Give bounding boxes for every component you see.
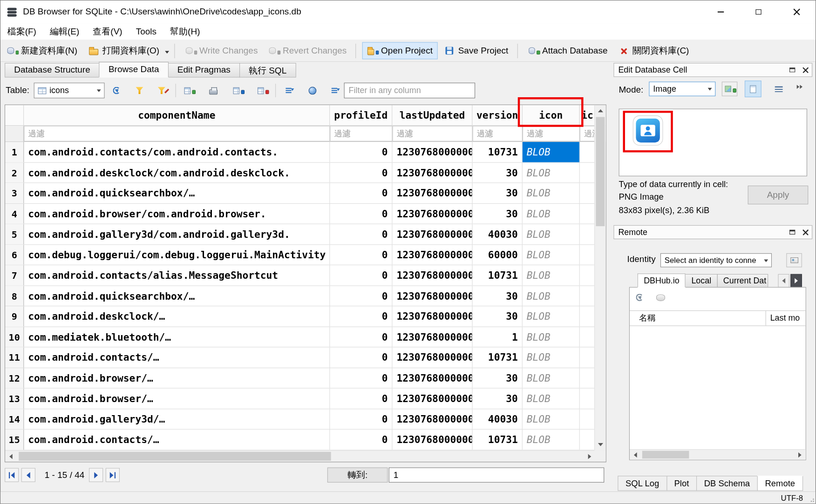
cell-componentName[interactable]: com.android.contacts/… — [24, 347, 330, 367]
cell-icon[interactable]: BLOB — [523, 368, 580, 388]
sort-descending-button[interactable] — [326, 82, 344, 99]
print-button[interactable] — [204, 82, 222, 99]
tab-dbhub[interactable]: DBHub.io — [638, 274, 686, 288]
cell-lastUpdated[interactable]: 1230768000000 — [392, 306, 472, 326]
scroll-left-button[interactable] — [5, 451, 17, 462]
cell-profileId[interactable]: 0 — [330, 409, 392, 429]
cell-profileId[interactable]: 0 — [330, 286, 392, 306]
cell-icon[interactable]: BLOB — [523, 203, 580, 223]
cell-version[interactable]: 30 — [473, 389, 523, 409]
cell-version[interactable]: 10731 — [473, 265, 523, 285]
encoding-button[interactable] — [303, 82, 321, 99]
scroll-down-button[interactable] — [595, 440, 605, 450]
vertical-scrollbar[interactable] — [594, 105, 606, 450]
clear-filters-button[interactable] — [130, 82, 148, 99]
apply-button[interactable]: Apply — [748, 186, 809, 204]
cell-profileId[interactable]: 0 — [330, 368, 392, 388]
close-button[interactable] — [777, 0, 816, 23]
cell-version[interactable]: 30 — [473, 306, 523, 326]
horizontal-scrollbar[interactable] — [5, 450, 595, 462]
cell-lastUpdated[interactable]: 1230768000000 — [392, 183, 472, 203]
cell-profileId[interactable]: 0 — [330, 430, 392, 450]
cell-lastUpdated[interactable]: 1230768000000 — [392, 409, 472, 429]
scroll-right-button[interactable] — [794, 450, 806, 460]
cell-lastUpdated[interactable]: 1230768000000 — [392, 224, 472, 244]
tab-scroll-left-button[interactable] — [778, 274, 789, 288]
cell-version[interactable]: 30 — [473, 183, 523, 203]
tab-database-structure[interactable]: Database Structure — [5, 63, 100, 77]
vertical-scroll-thumb[interactable] — [596, 117, 605, 226]
menu-edit[interactable]: 編輯(E) — [43, 23, 86, 40]
tab-edit-pragmas[interactable]: Edit Pragmas — [168, 63, 240, 77]
cell-lastUpdated[interactable]: 1230768000000 — [392, 203, 472, 223]
close-database-button[interactable]: 關閉資料庫(C) — [614, 42, 694, 60]
cell-lastUpdated[interactable]: 1230768000000 — [392, 368, 472, 388]
cell-componentName[interactable]: com.android.gallery3d/… — [24, 409, 330, 429]
cell-componentName[interactable]: com.debug.loggerui/com.debug.loggerui.Ma… — [24, 245, 330, 265]
more-tools-chevron[interactable] — [797, 85, 803, 89]
cell-version[interactable]: 10731 — [473, 430, 523, 450]
cell-lastUpdated[interactable]: 1230768000000 — [392, 389, 472, 409]
row-number[interactable]: 9 — [5, 306, 24, 326]
filter-cell[interactable]: 過濾 — [523, 126, 580, 141]
cell-profileId[interactable]: 0 — [330, 183, 392, 203]
refresh-button[interactable] — [108, 82, 125, 99]
cell-icon[interactable]: BLOB — [523, 409, 580, 429]
cell-version[interactable]: 30 — [473, 368, 523, 388]
cell-lastUpdated[interactable]: 1230768000000 — [392, 142, 472, 162]
export-image-button[interactable] — [722, 81, 738, 96]
row-number[interactable]: 3 — [5, 183, 24, 203]
tab-db-schema[interactable]: DB Schema — [696, 476, 758, 491]
cell-profileId[interactable]: 0 — [330, 265, 392, 285]
table-select[interactable]: icons — [34, 83, 105, 99]
cell-version[interactable]: 30 — [473, 162, 523, 182]
filter-cell[interactable]: 過濾 — [473, 126, 523, 141]
row-number[interactable]: 15 — [5, 430, 24, 450]
open-database-dropdown-caret[interactable] — [165, 51, 169, 56]
row-number[interactable]: 4 — [5, 203, 24, 223]
write-changes-button[interactable]: Write Changes — [181, 42, 262, 60]
tab-execute-sql[interactable]: 執行 SQL — [239, 63, 296, 77]
remote-horizontal-scrollbar[interactable] — [630, 449, 806, 459]
cell-icon[interactable]: BLOB — [523, 347, 580, 367]
row-number[interactable]: 13 — [5, 389, 24, 409]
cell-icon[interactable]: BLOB — [523, 306, 580, 326]
resize-grip-icon[interactable] — [809, 497, 814, 502]
filter-cell[interactable]: 過濾 — [580, 126, 596, 141]
cell-componentName[interactable]: com.android.contacts/com.android.contact… — [24, 142, 330, 162]
cell-profileId[interactable]: 0 — [330, 203, 392, 223]
revert-changes-button[interactable]: Revert Changes — [265, 42, 351, 60]
filter-cell[interactable]: 過濾 — [392, 126, 472, 141]
cell-lastUpdated[interactable]: 1230768000000 — [392, 162, 472, 182]
row-number[interactable]: 11 — [5, 347, 24, 367]
cell-version[interactable]: 1 — [473, 327, 523, 347]
new-database-button[interactable]: 新建資料庫(N) — [3, 42, 82, 60]
cell-componentName[interactable]: com.android.browser/… — [24, 368, 330, 388]
goto-input[interactable] — [389, 467, 605, 482]
horizontal-scroll-thumb[interactable] — [19, 452, 331, 461]
cell-profileId[interactable]: 0 — [330, 389, 392, 409]
cell-version[interactable]: 60000 — [473, 245, 523, 265]
cell-componentName[interactable]: com.android.quicksearchbox/… — [24, 183, 330, 203]
delete-record-button[interactable] — [253, 82, 271, 99]
cell-componentName[interactable]: com.mediatek.bluetooth/… — [24, 327, 330, 347]
cell-lastUpdated[interactable]: 1230768000000 — [392, 327, 472, 347]
cell-version[interactable]: 30 — [473, 203, 523, 223]
tab-sql-log[interactable]: SQL Log — [618, 476, 667, 491]
cell-profileId[interactable]: 0 — [330, 347, 392, 367]
float-panel-icon[interactable] — [789, 67, 795, 72]
cell-icon[interactable]: BLOB — [523, 245, 580, 265]
sort-ascending-button[interactable] — [280, 82, 298, 99]
cell-icon[interactable]: BLOB — [523, 430, 580, 450]
goto-button[interactable]: 轉到: — [327, 467, 388, 482]
previous-page-button[interactable] — [21, 468, 35, 482]
cell-componentName[interactable]: com.android.contacts/alias.MessageShortc… — [24, 265, 330, 285]
cell-componentName[interactable]: com.android.browser/com.android.browser. — [24, 203, 330, 223]
cell-icon[interactable]: BLOB — [523, 162, 580, 182]
tab-local[interactable]: Local — [685, 274, 718, 288]
cell-icon[interactable]: BLOB — [523, 389, 580, 409]
cell-profileId[interactable]: 0 — [330, 142, 392, 162]
word-wrap-button[interactable] — [770, 81, 788, 96]
tab-current-database[interactable]: Current Dat — [717, 274, 768, 288]
cell-componentName[interactable]: com.android.contacts/… — [24, 430, 330, 450]
